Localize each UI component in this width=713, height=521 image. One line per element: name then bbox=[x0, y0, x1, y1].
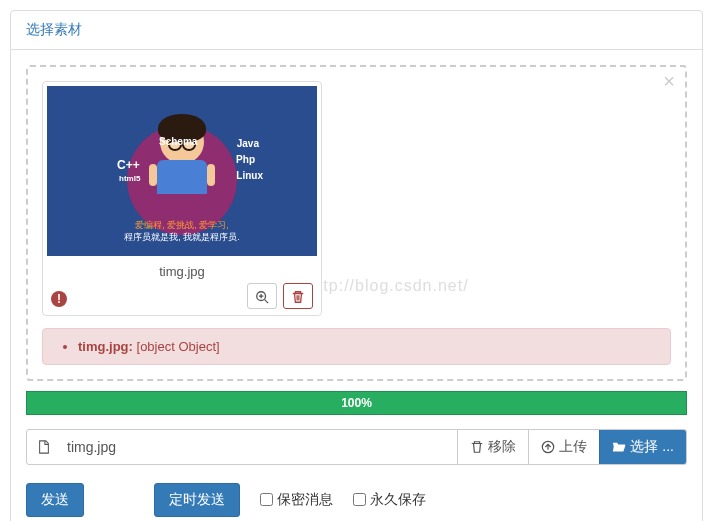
warning-icon: ! bbox=[51, 291, 67, 307]
secret-checkbox[interactable] bbox=[260, 493, 273, 506]
img-label: C++ bbox=[117, 158, 140, 172]
bottom-controls: 发送 定时发送 保密消息 永久保存 bbox=[26, 483, 687, 517]
zoom-in-icon bbox=[255, 290, 269, 304]
error-message: [object Object] bbox=[137, 339, 220, 354]
img-label: Java bbox=[237, 138, 259, 149]
choose-button[interactable]: 选择 ... bbox=[599, 430, 686, 464]
panel-title: 选择素材 bbox=[11, 11, 702, 50]
img-label: html5 bbox=[119, 174, 140, 183]
img-label: Php bbox=[236, 154, 255, 165]
send-button[interactable]: 发送 bbox=[26, 483, 84, 517]
upload-label: 上传 bbox=[559, 438, 587, 456]
svg-line-1 bbox=[265, 299, 269, 303]
img-caption: 爱编程, 爱挑战, 爱学习, 程序员就是我, 我就是程序员. bbox=[47, 219, 317, 244]
remove-button[interactable]: 移除 bbox=[457, 430, 528, 464]
img-label: Linux bbox=[236, 170, 263, 181]
progress-text: 100% bbox=[341, 396, 372, 410]
file-icon bbox=[27, 430, 61, 464]
trash-icon bbox=[470, 440, 484, 454]
forever-text: 永久保存 bbox=[370, 491, 426, 509]
close-icon[interactable]: × bbox=[663, 71, 675, 91]
img-label: Schema bbox=[159, 136, 197, 147]
upload-icon bbox=[541, 440, 555, 454]
secret-checkbox-label[interactable]: 保密消息 bbox=[260, 491, 333, 509]
thumbnail-card: Schema Java C++ Php html5 Linux 爱编程, 爱挑战… bbox=[42, 81, 322, 316]
thumbnail-filename: timg.jpg bbox=[47, 256, 317, 283]
thumbnail-actions bbox=[47, 283, 317, 311]
remove-label: 移除 bbox=[488, 438, 516, 456]
zoom-in-button[interactable] bbox=[247, 283, 277, 309]
secret-text: 保密消息 bbox=[277, 491, 333, 509]
filename-input[interactable] bbox=[61, 430, 457, 464]
watermark-text: http://blog.csdn.net/ bbox=[308, 277, 469, 295]
folder-open-icon bbox=[612, 440, 626, 454]
thumbnail-image: Schema Java C++ Php html5 Linux 爱编程, 爱挑战… bbox=[47, 86, 317, 256]
progress-bar: 100% bbox=[26, 391, 687, 415]
material-panel: 选择素材 × http://blog.csdn.net/ Schema Java… bbox=[10, 10, 703, 521]
error-alert: timg.jpg: [object Object] bbox=[42, 328, 671, 365]
panel-body: × http://blog.csdn.net/ Schema Java C++ … bbox=[11, 50, 702, 521]
trash-icon bbox=[291, 290, 305, 304]
error-filename: timg.jpg: bbox=[78, 339, 133, 354]
choose-label: 选择 ... bbox=[630, 438, 674, 456]
schedule-send-button[interactable]: 定时发送 bbox=[154, 483, 240, 517]
upload-dropzone[interactable]: × http://blog.csdn.net/ Schema Java C++ … bbox=[26, 65, 687, 381]
filename-input-group: 移除 上传 选择 ... bbox=[26, 429, 687, 465]
upload-button[interactable]: 上传 bbox=[528, 430, 599, 464]
delete-button[interactable] bbox=[283, 283, 313, 309]
forever-checkbox-label[interactable]: 永久保存 bbox=[353, 491, 426, 509]
forever-checkbox[interactable] bbox=[353, 493, 366, 506]
